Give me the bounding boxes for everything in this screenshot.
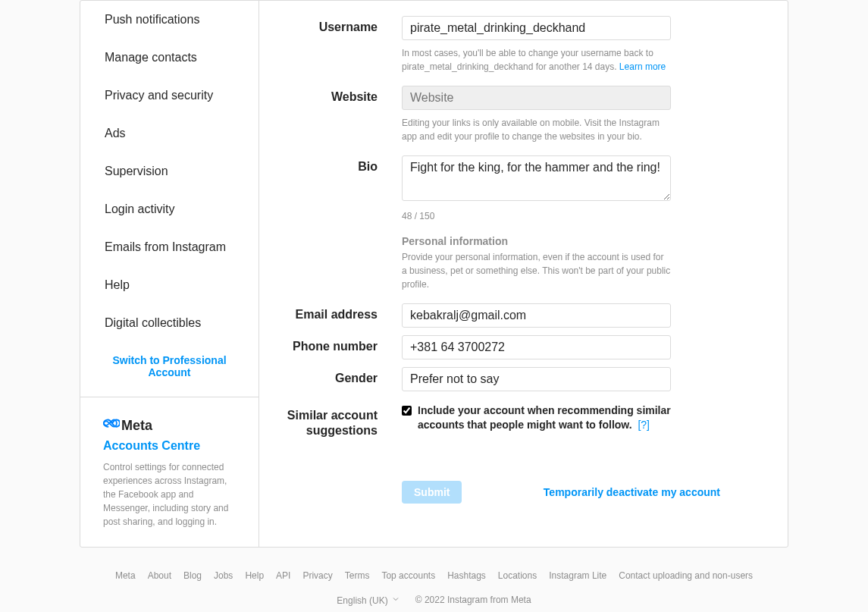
sidebar-item-ads[interactable]: Ads bbox=[80, 115, 259, 152]
sidebar-item-push-notifications[interactable]: Push notifications bbox=[80, 1, 259, 39]
website-input bbox=[402, 86, 671, 110]
website-helper: Editing your links is only available on … bbox=[402, 116, 671, 143]
sidebar-item-manage-contacts[interactable]: Manage contacts bbox=[80, 39, 259, 77]
deactivate-account-link[interactable]: Temporarily deactivate my account bbox=[544, 486, 720, 498]
footer-links: Meta About Blog Jobs Help API Privacy Te… bbox=[80, 570, 788, 581]
phone-input[interactable] bbox=[402, 335, 671, 359]
chevron-down-icon bbox=[391, 595, 400, 606]
edit-profile-form: Username In most cases, you'll be able t… bbox=[259, 1, 788, 547]
username-label: Username bbox=[274, 16, 402, 74]
sidebar-item-emails-from-instagram[interactable]: Emails from Instagram bbox=[80, 228, 259, 266]
similar-suggestions-help-link[interactable]: [?] bbox=[638, 419, 650, 431]
bio-textarea[interactable] bbox=[402, 155, 671, 201]
website-label: Website bbox=[274, 86, 402, 143]
sidebar-item-supervision[interactable]: Supervision bbox=[80, 152, 259, 190]
similar-suggestions-text: Include your account when recommending s… bbox=[418, 403, 671, 432]
username-helper: In most cases, you'll be able to change … bbox=[402, 46, 671, 74]
accounts-centre-link[interactable]: Accounts Centre bbox=[103, 439, 236, 453]
footer-link-locations[interactable]: Locations bbox=[498, 570, 537, 581]
meta-logo: Meta bbox=[103, 416, 236, 436]
bio-counter: 48 / 150 bbox=[402, 209, 671, 223]
gender-label: Gender bbox=[274, 367, 402, 391]
meta-brand-text: Meta bbox=[121, 418, 152, 434]
gender-select[interactable] bbox=[402, 367, 671, 391]
footer-link-api[interactable]: API bbox=[276, 570, 290, 581]
similar-suggestions-row[interactable]: Include your account when recommending s… bbox=[402, 403, 671, 432]
footer-link-privacy[interactable]: Privacy bbox=[302, 570, 332, 581]
footer-link-contact-uploading[interactable]: Contact uploading and non-users bbox=[619, 570, 753, 581]
email-label: Email address bbox=[274, 303, 402, 328]
footer-link-help[interactable]: Help bbox=[245, 570, 264, 581]
similar-suggestions-text-inner: Include your account when recommending s… bbox=[418, 404, 671, 431]
copyright-text: © 2022 Instagram from Meta bbox=[415, 595, 531, 606]
page-footer: Meta About Blog Jobs Help API Privacy Te… bbox=[80, 570, 788, 606]
footer-link-blog[interactable]: Blog bbox=[183, 570, 202, 581]
accounts-centre-panel: Meta Accounts Centre Control settings fo… bbox=[80, 397, 259, 547]
sidebar-item-login-activity[interactable]: Login activity bbox=[80, 190, 259, 228]
username-learn-more-link[interactable]: Learn more bbox=[619, 61, 666, 72]
sidebar-item-digital-collectibles[interactable]: Digital collectibles bbox=[80, 304, 259, 342]
footer-link-about[interactable]: About bbox=[148, 570, 171, 581]
sidebar-item-privacy-security[interactable]: Privacy and security bbox=[80, 77, 259, 115]
email-input[interactable] bbox=[402, 303, 671, 328]
username-helper-text: In most cases, you'll be able to change … bbox=[402, 48, 653, 72]
personal-info-desc: Provide your personal information, even … bbox=[402, 250, 671, 291]
sidebar-item-help[interactable]: Help bbox=[80, 266, 259, 304]
personal-info-heading: Personal information bbox=[402, 235, 671, 247]
language-selector[interactable]: English (UK) bbox=[337, 595, 400, 606]
footer-link-instagram-lite[interactable]: Instagram Lite bbox=[549, 570, 606, 581]
footer-link-meta[interactable]: Meta bbox=[115, 570, 136, 581]
footer-bottom: English (UK) © 2022 Instagram from Meta bbox=[80, 595, 788, 606]
username-input[interactable] bbox=[402, 16, 671, 40]
language-label: English (UK) bbox=[337, 595, 387, 606]
meta-infinity-icon bbox=[103, 416, 121, 436]
bio-label: Bio bbox=[274, 155, 402, 223]
phone-label: Phone number bbox=[274, 335, 402, 359]
switch-professional-link[interactable]: Switch to Professional Account bbox=[80, 342, 259, 397]
submit-button[interactable]: Submit bbox=[402, 481, 462, 504]
footer-link-top-accounts[interactable]: Top accounts bbox=[381, 570, 435, 581]
settings-card: Push notifications Manage contacts Priva… bbox=[80, 0, 788, 548]
accounts-centre-desc: Control settings for connected experienc… bbox=[103, 460, 236, 529]
similar-suggestions-checkbox[interactable] bbox=[402, 405, 412, 416]
footer-link-hashtags[interactable]: Hashtags bbox=[447, 570, 486, 581]
similar-suggestions-label: Similar account suggestions bbox=[274, 403, 402, 438]
footer-link-jobs[interactable]: Jobs bbox=[214, 570, 233, 581]
settings-sidebar: Push notifications Manage contacts Priva… bbox=[80, 1, 259, 547]
sidebar-nav: Push notifications Manage contacts Priva… bbox=[80, 1, 259, 342]
footer-link-terms[interactable]: Terms bbox=[345, 570, 370, 581]
